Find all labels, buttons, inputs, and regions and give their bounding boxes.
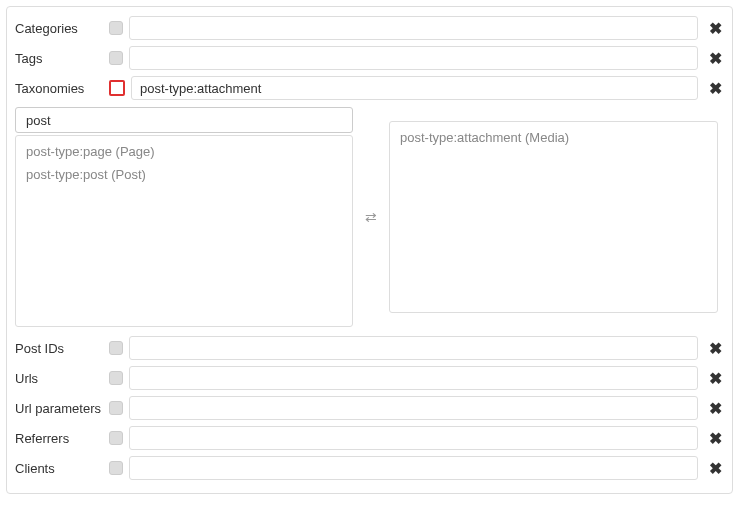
close-icon: ✖ [709, 370, 722, 387]
taxonomy-search-input[interactable] [24, 112, 344, 129]
taxonomy-search-wrap [15, 107, 353, 133]
input-tags-wrap [129, 46, 698, 70]
label-taxonomies: Taxonomies [15, 81, 109, 96]
list-item[interactable]: post-type:post (Post) [16, 163, 352, 186]
row-url-parameters: Url parameters ✖ [15, 393, 724, 423]
input-tags[interactable] [138, 50, 689, 67]
label-categories: Categories [15, 21, 109, 36]
checkbox-categories[interactable] [109, 21, 123, 35]
input-url-parameters-wrap [129, 396, 698, 420]
taxonomy-selected-list[interactable]: post-type:attachment (Media) [389, 121, 718, 313]
label-post-ids: Post IDs [15, 341, 109, 356]
close-icon: ✖ [709, 50, 722, 67]
taxonomy-available-list[interactable]: post-type:page (Page) post-type:post (Po… [15, 135, 353, 327]
settings-panel: Categories ✖ Tags ✖ Taxonomies post-type… [6, 6, 733, 494]
row-referrers: Referrers ✖ [15, 423, 724, 453]
remove-categories[interactable]: ✖ [706, 19, 724, 38]
row-taxonomies: Taxonomies post-type:attachment ✖ [15, 73, 724, 103]
input-urls-wrap [129, 366, 698, 390]
checkbox-clients[interactable] [109, 461, 123, 475]
checkbox-tags[interactable] [109, 51, 123, 65]
input-urls[interactable] [138, 370, 689, 387]
list-item[interactable]: post-type:page (Page) [16, 140, 352, 163]
remove-taxonomies[interactable]: ✖ [706, 79, 724, 98]
row-clients: Clients ✖ [15, 453, 724, 483]
close-icon: ✖ [709, 400, 722, 417]
checkbox-urls[interactable] [109, 371, 123, 385]
row-post-ids: Post IDs ✖ [15, 333, 724, 363]
input-categories-wrap [129, 16, 698, 40]
checkbox-url-parameters[interactable] [109, 401, 123, 415]
swap-icon: ⇄ [365, 209, 377, 225]
close-icon: ✖ [709, 340, 722, 357]
remove-tags[interactable]: ✖ [706, 49, 724, 68]
close-icon: ✖ [709, 80, 722, 97]
checkbox-post-ids[interactable] [109, 341, 123, 355]
input-referrers-wrap [129, 426, 698, 450]
remove-urls[interactable]: ✖ [706, 369, 724, 388]
row-urls: Urls ✖ [15, 363, 724, 393]
label-clients: Clients [15, 461, 109, 476]
taxonomy-picker: post-type:page (Page) post-type:post (Po… [15, 107, 724, 327]
close-icon: ✖ [709, 430, 722, 447]
input-url-parameters[interactable] [138, 400, 689, 417]
remove-post-ids[interactable]: ✖ [706, 339, 724, 358]
remove-referrers[interactable]: ✖ [706, 429, 724, 448]
input-taxonomies-wrap: post-type:attachment [131, 76, 698, 100]
input-clients[interactable] [138, 460, 689, 477]
row-categories: Categories ✖ [15, 13, 724, 43]
taxonomy-available-col: post-type:page (Page) post-type:post (Po… [15, 107, 353, 327]
input-post-ids-wrap [129, 336, 698, 360]
label-url-parameters: Url parameters [15, 401, 109, 416]
remove-url-parameters[interactable]: ✖ [706, 399, 724, 418]
label-tags: Tags [15, 51, 109, 66]
swap-arrows[interactable]: ⇄ [353, 209, 389, 225]
input-post-ids[interactable] [138, 340, 689, 357]
label-referrers: Referrers [15, 431, 109, 446]
input-clients-wrap [129, 456, 698, 480]
label-urls: Urls [15, 371, 109, 386]
close-icon: ✖ [709, 460, 722, 477]
taxonomy-selected-col: post-type:attachment (Media) [389, 121, 718, 313]
list-item[interactable]: post-type:attachment (Media) [390, 126, 717, 149]
checkbox-taxonomies[interactable] [109, 80, 125, 96]
input-categories[interactable] [138, 20, 689, 37]
close-icon: ✖ [709, 20, 722, 37]
remove-clients[interactable]: ✖ [706, 459, 724, 478]
row-tags: Tags ✖ [15, 43, 724, 73]
input-taxonomies-value[interactable]: post-type:attachment [140, 81, 261, 96]
checkbox-referrers[interactable] [109, 431, 123, 445]
input-referrers[interactable] [138, 430, 689, 447]
